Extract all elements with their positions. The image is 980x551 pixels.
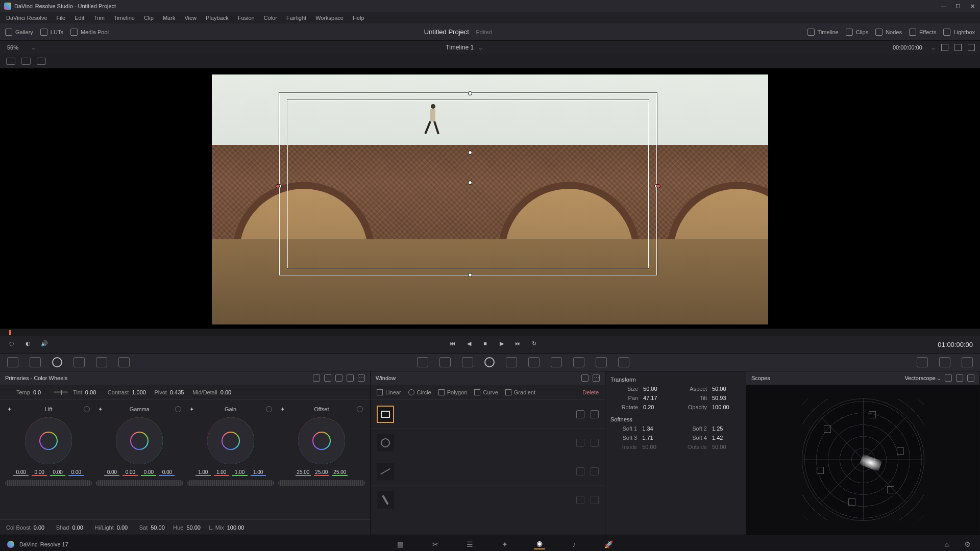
window-menu-icon[interactable] <box>593 374 600 382</box>
offset-g[interactable]: 25.00 <box>314 469 329 476</box>
mask-subtract-icon[interactable] <box>591 439 599 447</box>
loop-fx-icon[interactable]: ◐ <box>23 340 33 348</box>
lift-picker-icon[interactable]: ✦ <box>7 406 13 412</box>
gain-jog[interactable] <box>187 480 274 486</box>
menu-workspace[interactable]: Workspace <box>311 14 348 22</box>
lightbox-button[interactable]: Lightbox <box>943 29 975 36</box>
tool-keyframes[interactable] <box>917 357 928 367</box>
pan-value[interactable]: 47.17 <box>643 395 672 401</box>
page-color[interactable]: ◉ <box>534 539 545 549</box>
hilight-value[interactable]: 0.00 <box>117 524 134 531</box>
primaries-mode-bars-icon[interactable] <box>324 374 331 382</box>
pivot-value[interactable]: 0.435 <box>170 389 187 395</box>
menu-fusion[interactable]: Fusion <box>234 14 259 22</box>
page-edit[interactable]: ☰ <box>464 539 476 549</box>
playhead[interactable] <box>9 330 11 335</box>
lift-b[interactable]: 0.00 <box>68 469 84 476</box>
tool-sizing[interactable] <box>596 357 607 367</box>
menu-trim[interactable]: Trim <box>89 14 109 22</box>
tool-motion-effects[interactable] <box>118 357 130 367</box>
middetail-value[interactable]: 0.00 <box>220 389 238 395</box>
project-settings-button[interactable]: ⚙ <box>962 539 973 549</box>
timeline-chevron-icon[interactable]: ⌵ <box>479 44 482 51</box>
primaries-mode-wheels-icon[interactable] <box>313 374 320 382</box>
window-row-circle[interactable] <box>371 429 605 457</box>
scope-mode-select[interactable]: Vectorscope ⌵ <box>904 375 941 382</box>
lift-r[interactable]: 0.00 <box>32 469 47 476</box>
window-center[interactable] <box>468 181 472 185</box>
mask-subtract-icon[interactable] <box>591 410 599 418</box>
menu-color[interactable]: Color <box>260 14 281 22</box>
mask-subtract-icon[interactable] <box>591 467 599 475</box>
primaries-mode-log-icon[interactable] <box>335 374 342 382</box>
lift-y[interactable]: 0.00 <box>13 469 29 476</box>
scopes-settings-icon[interactable] <box>945 374 952 382</box>
menu-mark[interactable]: Mark <box>159 14 179 22</box>
contrast-value[interactable]: 1.000 <box>132 389 149 395</box>
clips-button[interactable]: Clips <box>846 29 868 36</box>
tool-3d[interactable] <box>618 357 629 367</box>
image-wipe-icon[interactable] <box>941 44 948 51</box>
mask-add-icon[interactable] <box>576 439 584 447</box>
add-circle-button[interactable]: Circle <box>408 389 431 395</box>
add-polygon-button[interactable]: Polygon <box>438 389 468 395</box>
gain-wheel[interactable] <box>207 417 254 464</box>
menu-view[interactable]: View <box>180 14 201 22</box>
lift-jog[interactable] <box>5 480 92 486</box>
window-handle[interactable] <box>656 184 660 188</box>
lift-wheel[interactable] <box>25 417 72 464</box>
opacity-value[interactable]: 100.00 <box>712 404 741 410</box>
temp-slider[interactable] <box>54 391 68 393</box>
tool-color-match[interactable] <box>30 357 41 367</box>
timeline-name[interactable]: Timeline 1 <box>446 44 474 51</box>
stop-button[interactable]: ■ <box>481 340 490 348</box>
mask-add-icon[interactable] <box>576 467 584 475</box>
gain-picker-icon[interactable]: ✦ <box>189 406 195 412</box>
gain-b[interactable]: 1.00 <box>251 469 266 476</box>
temp-value[interactable]: 0.0 <box>33 389 51 395</box>
sat-value[interactable]: 50.00 <box>151 524 168 531</box>
page-cut[interactable]: ✂ <box>430 539 441 549</box>
highlight-icon[interactable] <box>968 44 975 51</box>
tool-key[interactable] <box>573 357 584 367</box>
gallery-button[interactable]: Gallery <box>5 29 33 36</box>
offset-b[interactable]: 25.00 <box>332 469 348 476</box>
maximize-button[interactable]: ☐ <box>954 3 962 10</box>
play-button[interactable]: ▶ <box>497 340 506 348</box>
gain-g[interactable]: 1.00 <box>232 469 248 476</box>
tool-hdr[interactable] <box>74 357 85 367</box>
minimize-button[interactable]: — <box>940 3 947 10</box>
tool-magic-mask[interactable] <box>528 357 540 367</box>
primaries-reset-icon[interactable] <box>347 374 354 382</box>
timeline-button[interactable]: Timeline <box>807 29 839 36</box>
viewer-canvas[interactable] <box>212 74 768 324</box>
tool-color-warper[interactable] <box>439 357 451 367</box>
close-button[interactable]: ✕ <box>969 3 976 10</box>
tool-blur[interactable] <box>551 357 562 367</box>
tool-color-wheels[interactable] <box>52 357 62 367</box>
offset-jog[interactable] <box>278 480 365 486</box>
gamma-y[interactable]: 0.00 <box>104 469 119 476</box>
page-deliver[interactable]: 🚀 <box>603 539 615 549</box>
gain-reset-icon[interactable] <box>266 406 272 412</box>
lift-g[interactable]: 0.00 <box>50 469 65 476</box>
record-timecode[interactable]: 01:00:00:00 <box>938 341 973 348</box>
zoom-chevron-icon[interactable]: ⌵ <box>32 44 35 51</box>
viewer-tool-1[interactable] <box>6 58 15 65</box>
menu-playback[interactable]: Playback <box>202 14 233 22</box>
tool-camera-raw[interactable] <box>7 357 18 367</box>
gamma-jog[interactable] <box>96 480 183 486</box>
mask-subtract-icon[interactable] <box>591 496 599 504</box>
bypass-grades-icon[interactable]: ◌ <box>7 340 16 348</box>
tool-info[interactable] <box>962 357 973 367</box>
nodes-button[interactable]: Nodes <box>875 29 902 36</box>
mute-icon[interactable]: 🔊 <box>40 340 49 348</box>
luts-button[interactable]: LUTs <box>40 29 63 36</box>
effects-button[interactable]: Effects <box>909 29 936 36</box>
timeline-scrubber[interactable] <box>0 329 980 336</box>
window-handle[interactable] <box>468 273 472 277</box>
gamma-picker-icon[interactable]: ✦ <box>98 406 104 412</box>
soft3-value[interactable]: 1.71 <box>642 435 671 441</box>
page-fairlight[interactable]: ♪ <box>569 539 580 549</box>
add-gradient-button[interactable]: Gradient <box>505 389 535 395</box>
